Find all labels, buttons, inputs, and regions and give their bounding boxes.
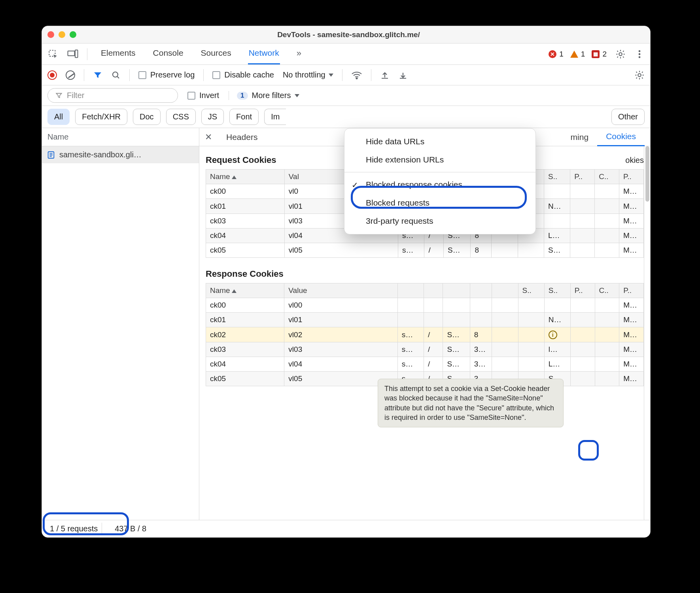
minimize-window-button[interactable]: [59, 31, 65, 38]
chip-all[interactable]: All: [47, 109, 70, 125]
menu-blocked-response-cookies[interactable]: ✓ Blocked response cookies: [344, 176, 535, 194]
sort-asc-icon: [232, 176, 236, 179]
svg-rect-2: [75, 50, 78, 57]
clear-button[interactable]: [66, 70, 75, 80]
errors-badge[interactable]: ✕ 1: [548, 50, 564, 59]
tab-sources[interactable]: Sources: [200, 43, 232, 64]
more-filters-label: More filters: [252, 91, 291, 100]
chip-other[interactable]: Other: [611, 109, 645, 125]
device-icon[interactable]: [67, 49, 78, 60]
request-row[interactable]: samesite-sandbox.gli…: [42, 146, 199, 163]
tab-console[interactable]: Console: [152, 43, 184, 64]
devtools-window: DevTools - samesite-sandbox.glitch.me/ E…: [42, 26, 651, 538]
request-list-header[interactable]: Name: [42, 128, 199, 146]
col-partition[interactable]: P..: [570, 170, 595, 184]
col-value[interactable]: Value: [284, 283, 398, 298]
menu-hide-data-urls[interactable]: Hide data URLs: [344, 132, 535, 151]
menu-hide-extension-urls[interactable]: Hide extension URLs: [344, 151, 535, 169]
request-cookies-title: Request Cookies: [206, 155, 276, 165]
tab-headers[interactable]: Headers: [218, 132, 266, 142]
network-settings-icon[interactable]: [634, 70, 645, 80]
col-name[interactable]: Name: [206, 283, 284, 298]
document-icon: [47, 151, 55, 159]
col-domain[interactable]: [397, 283, 424, 298]
filter-row: Filter Invert 1 More filters: [42, 85, 650, 106]
chip-doc[interactable]: Doc: [133, 109, 161, 125]
tab-timing[interactable]: ming: [562, 132, 598, 142]
menu-blocked-requests[interactable]: Blocked requests: [344, 194, 535, 212]
download-har-icon[interactable]: [398, 70, 408, 80]
col-samesite[interactable]: S..: [518, 283, 544, 298]
titlebar: DevTools - samesite-sandbox.glitch.me/: [42, 26, 650, 43]
tab-cookies[interactable]: Cookies: [597, 128, 645, 146]
invert-checkbox[interactable]: Invert: [187, 91, 219, 100]
table-row[interactable]: ck00vl00M…: [206, 298, 644, 313]
request-list: Name samesite-sandbox.gli…: [42, 128, 199, 520]
close-window-button[interactable]: [47, 31, 54, 38]
status-bar: 1 / 5 requests 437 B / 8: [42, 520, 650, 537]
table-row[interactable]: ck04vl04s…/S…3…L…M…: [206, 357, 644, 372]
table-row[interactable]: ck02vl02s…/S…8iM…: [206, 327, 644, 342]
table-row[interactable]: ck03vl03s…/S…3…l…M…: [206, 342, 644, 357]
active-filter-count: 1: [237, 92, 248, 100]
issues-badge[interactable]: ▦ 2: [591, 50, 607, 59]
col-priority[interactable]: P..: [619, 283, 644, 298]
col-priority[interactable]: P..: [619, 170, 644, 184]
throttling-select[interactable]: No throttling: [283, 70, 333, 79]
col-secure[interactable]: S..: [544, 170, 570, 184]
chip-js[interactable]: JS: [201, 109, 224, 125]
main-tabstrip: Elements Console Sources Network » ✕ 1 1: [42, 43, 650, 65]
scrollbar[interactable]: [644, 146, 650, 520]
col-size[interactable]: [470, 283, 492, 298]
checkbox-icon: [212, 71, 220, 79]
chip-img[interactable]: Im: [264, 109, 286, 125]
chip-css[interactable]: CSS: [166, 109, 196, 125]
col-crosssite[interactable]: C..: [595, 170, 619, 184]
settings-icon[interactable]: [615, 49, 626, 59]
table-row[interactable]: ck05vl05s…/S…8S…M…: [206, 243, 644, 258]
inspect-icon[interactable]: [47, 49, 59, 60]
close-detail-button[interactable]: ✕: [199, 132, 218, 142]
chip-font[interactable]: Font: [229, 109, 259, 125]
col-secure[interactable]: S..: [544, 283, 570, 298]
disable-cache-checkbox[interactable]: Disable cache: [212, 70, 274, 79]
chip-fetch-xhr[interactable]: Fetch/XHR: [75, 109, 127, 125]
tab-network[interactable]: Network: [248, 43, 280, 64]
warnings-count: 1: [581, 50, 585, 59]
more-filters-dropdown[interactable]: 1 More filters: [229, 91, 299, 100]
cookie-blocked-tooltip: This attempt to set a cookie via a Set-C…: [378, 379, 564, 427]
show-filtered-label: okies: [625, 156, 644, 165]
network-conditions-icon[interactable]: [351, 70, 362, 80]
upload-har-icon[interactable]: [380, 70, 390, 80]
tabs-overflow[interactable]: »: [296, 43, 302, 64]
svg-point-6: [639, 56, 641, 58]
scrollbar-thumb[interactable]: [645, 146, 649, 202]
status-transferred: 437 B / 8: [111, 523, 150, 535]
preserve-log-checkbox[interactable]: Preserve log: [138, 70, 195, 79]
tab-elements[interactable]: Elements: [100, 43, 136, 64]
col-path[interactable]: [424, 283, 443, 298]
checkbox-icon: [138, 71, 146, 79]
warnings-badge[interactable]: 1: [570, 50, 585, 59]
resource-type-chips: All Fetch/XHR Doc CSS JS Font Im Other: [42, 106, 650, 128]
more-icon[interactable]: [634, 49, 645, 59]
col-name[interactable]: Name: [206, 170, 285, 184]
svg-point-4: [639, 50, 641, 52]
col-expires[interactable]: [443, 283, 470, 298]
funnel-outline-icon: [55, 92, 63, 100]
filter-input[interactable]: Filter: [47, 88, 178, 103]
zoom-window-button[interactable]: [70, 31, 76, 38]
checkbox-icon: [187, 92, 195, 100]
table-row[interactable]: ck01vl01N…M…: [206, 313, 644, 327]
response-cookies-title: Response Cookies: [206, 269, 644, 279]
col-httponly[interactable]: [492, 283, 518, 298]
menu-3rd-party-requests[interactable]: 3rd-party requests: [344, 212, 535, 230]
col-partition[interactable]: P..: [570, 283, 595, 298]
col-crosssite[interactable]: C..: [595, 283, 619, 298]
warning-icon: [570, 50, 579, 59]
info-icon[interactable]: i: [549, 330, 557, 339]
check-icon: ✓: [352, 180, 358, 190]
filter-toggle-icon[interactable]: [93, 70, 102, 80]
search-icon[interactable]: [111, 70, 121, 80]
record-button[interactable]: [47, 70, 57, 80]
